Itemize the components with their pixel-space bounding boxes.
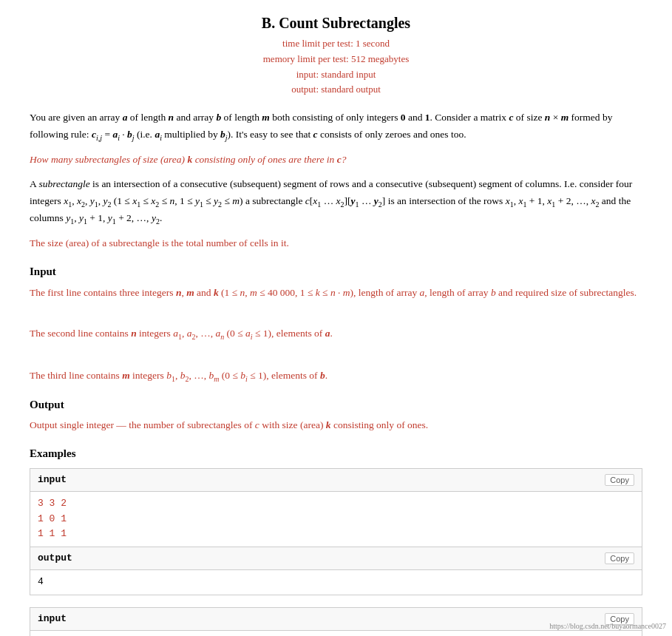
output-type: output: standard output bbox=[30, 82, 642, 98]
output-section: Output Output single integer — the numbe… bbox=[30, 396, 642, 434]
input-line3: The third line contains m integers b1, b… bbox=[30, 368, 642, 385]
example-1: input Copy 3 3 2 1 0 1 1 1 1 output Copy… bbox=[30, 468, 642, 595]
output-title: Output bbox=[30, 396, 642, 415]
problem-body: You are given an array a of length n and… bbox=[30, 109, 642, 636]
input-title: Input bbox=[30, 263, 642, 282]
intro-paragraph: You are given an array a of length n and… bbox=[30, 109, 642, 144]
subrect-def-paragraph: A subrectangle is an intersection of a c… bbox=[30, 176, 642, 228]
example-1-input-label: input bbox=[38, 472, 67, 488]
page-title: B. Count Subrectangles bbox=[30, 15, 642, 32]
input-type: input: standard input bbox=[30, 67, 642, 83]
memory-limit: memory limit per test: 512 megabytes bbox=[30, 52, 642, 67]
example-1-output-box: output Copy 4 bbox=[30, 547, 642, 595]
example-1-output-label: output bbox=[38, 550, 72, 566]
example-2-input-content: 3 5 4 1 1 1 1 1 1 1 1 bbox=[30, 631, 642, 636]
example-1-input-content: 3 3 2 1 0 1 1 1 1 bbox=[30, 492, 642, 547]
examples-label: Examples bbox=[30, 444, 642, 464]
footnote: https://blog.csdn.net/buyaormance0027 bbox=[549, 622, 666, 630]
example-1-input-header: input Copy bbox=[30, 469, 642, 492]
input-line2: The second line contains n integers a1, … bbox=[30, 325, 642, 343]
examples-section: Examples input Copy 3 3 2 1 0 1 1 1 1 ou… bbox=[30, 444, 642, 636]
meta-info: time limit per test: 1 second memory lim… bbox=[30, 36, 642, 98]
output-text: Output single integer — the number of su… bbox=[30, 417, 642, 434]
example-2-input-label: input bbox=[38, 611, 67, 627]
example-1-copy-input-button[interactable]: Copy bbox=[605, 474, 634, 486]
size-def-paragraph: The size (area) of a subrectangle is the… bbox=[30, 235, 642, 252]
example-1-output-content: 4 bbox=[30, 570, 642, 595]
time-limit: time limit per test: 1 second bbox=[30, 36, 642, 52]
input-section: Input The first line contains three inte… bbox=[30, 263, 642, 385]
example-1-output-header: output Copy bbox=[30, 547, 642, 570]
input-line1: The first line contains three integers n… bbox=[30, 285, 642, 302]
question-paragraph: How many subrectangles of size (area) k … bbox=[30, 152, 642, 169]
example-1-copy-output-button[interactable]: Copy bbox=[605, 552, 634, 564]
example-1-input-box: input Copy 3 3 2 1 0 1 1 1 1 bbox=[30, 468, 642, 547]
